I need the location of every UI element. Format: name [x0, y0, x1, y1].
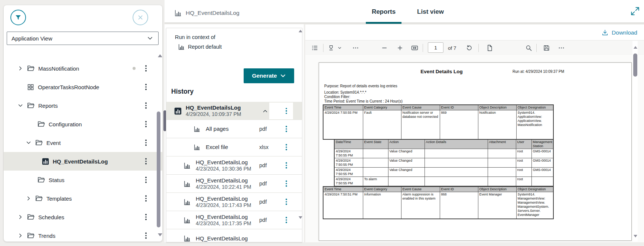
kebab-menu-icon[interactable]	[286, 126, 287, 132]
expand-button[interactable]	[628, 4, 643, 19]
scroll-up-arrow[interactable]	[158, 54, 162, 57]
table-cell	[425, 177, 488, 187]
tree-item-reports[interactable]: Reports	[4, 96, 162, 115]
chevron-down-icon[interactable]	[17, 102, 24, 109]
kebab-menu-icon[interactable]	[145, 103, 147, 109]
tree-item-schedules[interactable]: Schedules	[4, 208, 162, 226]
table-cell: root	[516, 168, 531, 177]
history-list: HQ_EventDetailsLog 4/29/2024, 10:09:37 P…	[166, 102, 302, 242]
history-subitem-label: Excel file	[206, 144, 228, 150]
page-number-input[interactable]	[428, 42, 443, 53]
highlighter-button[interactable]	[328, 45, 335, 52]
generate-button[interactable]: Generate	[244, 68, 294, 83]
kebab-menu-icon[interactable]	[286, 108, 287, 114]
history-item-partial[interactable]: HQ_EventDetailsLog	[166, 229, 302, 242]
tree-item-label[interactable]: OperatorTasksRootNode	[38, 84, 99, 90]
folder-icon	[37, 176, 45, 184]
kebab-menu-icon[interactable]	[145, 140, 147, 146]
table-row: 4/29/2024 7:50:55 PM Fault Notification …	[323, 110, 553, 139]
column-header: Event ID	[440, 105, 478, 110]
tree-item-label[interactable]: Reports	[38, 103, 58, 109]
kebab-menu-icon[interactable]	[286, 162, 287, 169]
bar-chart-icon	[193, 143, 201, 151]
history-item[interactable]: HQ_EventDetailsLog 4/23/2024, 10:17:35 P…	[166, 211, 302, 229]
zoom-out-button[interactable]	[381, 45, 388, 51]
close-button[interactable]	[133, 10, 148, 25]
kebab-menu-icon[interactable]	[145, 84, 147, 90]
history-subitem-excel-file[interactable]: Excel file xlsx	[166, 138, 302, 156]
fit-width-button[interactable]	[411, 44, 419, 52]
sidebar-toggle-button[interactable]	[311, 45, 318, 52]
scroll-down-arrow[interactable]	[634, 235, 637, 237]
folder-icon	[27, 64, 35, 72]
scrollbar-thumb[interactable]	[157, 111, 160, 227]
chevron-down-icon[interactable]	[25, 139, 32, 146]
download-link[interactable]: Download	[601, 29, 637, 36]
toolbar-separator	[423, 44, 423, 52]
toolbar-separator	[536, 44, 537, 52]
tree-item-label[interactable]: Schedules	[38, 214, 64, 220]
chevron-right-icon[interactable]	[17, 232, 24, 239]
chevron-up-icon[interactable]	[262, 108, 269, 114]
page-view-button[interactable]	[486, 44, 493, 52]
tab-list-view[interactable]: List view	[409, 8, 452, 16]
tree-item-label[interactable]: Trends	[38, 233, 55, 239]
kebab-menu-icon[interactable]	[286, 181, 287, 187]
tree-item-massnotification[interactable]: MassNotification	[4, 59, 162, 78]
chevron-right-icon[interactable]	[17, 214, 24, 220]
run-context-target[interactable]: Report default	[178, 43, 222, 51]
history-item[interactable]: HQ_EventDetailsLog 4/23/2024, 10:22:41 P…	[166, 175, 302, 193]
tab-reports[interactable]: Reports	[366, 8, 401, 16]
chevron-right-icon[interactable]	[17, 65, 24, 72]
folder-icon	[35, 194, 43, 203]
save-button[interactable]	[543, 45, 550, 52]
tree-item-event[interactable]: Event	[4, 133, 162, 152]
annotation-more-button[interactable]	[352, 45, 359, 52]
tree-item-status[interactable]: Status	[4, 171, 162, 189]
history-subitem-all-pages[interactable]: All pages pdf	[166, 120, 302, 138]
scroll-up-arrow[interactable]	[634, 46, 637, 49]
history-item[interactable]: HQ_EventDetailsLog 4/23/2024, 10:30:36 P…	[166, 156, 302, 175]
kebab-menu-icon[interactable]	[145, 233, 147, 239]
kebab-menu-icon[interactable]	[286, 217, 287, 223]
tree-item-hq-eventdetailslog[interactable]: HQ_EventDetailsLog	[4, 152, 162, 171]
table-cell	[488, 158, 516, 168]
scroll-down-arrow[interactable]	[158, 233, 162, 236]
tree-item-configuration[interactable]: Configuration	[4, 115, 162, 133]
tree-item-label[interactable]: MassNotification	[38, 65, 79, 72]
pdf-toolbar: of 7	[305, 40, 644, 56]
kebab-menu-icon[interactable]	[145, 177, 147, 183]
history-item[interactable]: HQ_EventDetailsLog 4/23/2024, 10:17:43 P…	[166, 193, 302, 211]
kebab-menu-icon[interactable]	[145, 195, 147, 202]
kebab-menu-icon[interactable]	[286, 144, 287, 150]
chevron-right-icon[interactable]	[25, 195, 32, 202]
table-cell: root	[516, 158, 531, 168]
scrollbar-thumb[interactable]	[633, 54, 637, 77]
tree-item-label[interactable]: Status	[49, 177, 65, 183]
tree-item-label[interactable]: Templates	[46, 195, 72, 202]
table-cell: GMS-00014	[531, 168, 553, 177]
more-options-button[interactable]	[558, 45, 565, 52]
scroll-down-arrow[interactable]	[299, 216, 302, 219]
tree-item-label[interactable]: HQ_EventDetailsLog	[53, 158, 108, 165]
tree-item-label[interactable]: Event	[46, 140, 61, 146]
rotate-button[interactable]	[466, 45, 473, 52]
kebab-menu-icon[interactable]	[145, 121, 147, 127]
column-header: Action	[388, 139, 425, 149]
tree-item-operatortasksrootnode[interactable]: OperatorTasksRootNode	[4, 78, 162, 96]
tree-item-templates[interactable]: Templates	[4, 189, 162, 208]
kebab-menu-icon[interactable]	[145, 214, 147, 220]
bar-chart-icon	[178, 43, 185, 51]
kebab-menu-icon[interactable]	[145, 158, 147, 165]
kebab-menu-icon[interactable]	[145, 65, 147, 72]
highlighter-dropdown[interactable]	[337, 46, 342, 51]
search-button[interactable]	[525, 45, 532, 52]
scroll-up-arrow[interactable]	[299, 30, 302, 32]
tree-item-trends[interactable]: Trends	[4, 226, 162, 245]
filter-button[interactable]	[10, 10, 26, 25]
view-selector-dropdown[interactable]: Application View	[7, 32, 159, 45]
history-item-expanded[interactable]: HQ_EventDetailsLog 4/29/2024, 10:09:37 P…	[166, 102, 302, 120]
tree-item-label[interactable]: Configuration	[49, 121, 82, 127]
zoom-in-button[interactable]	[397, 45, 403, 51]
kebab-menu-icon[interactable]	[286, 199, 287, 205]
